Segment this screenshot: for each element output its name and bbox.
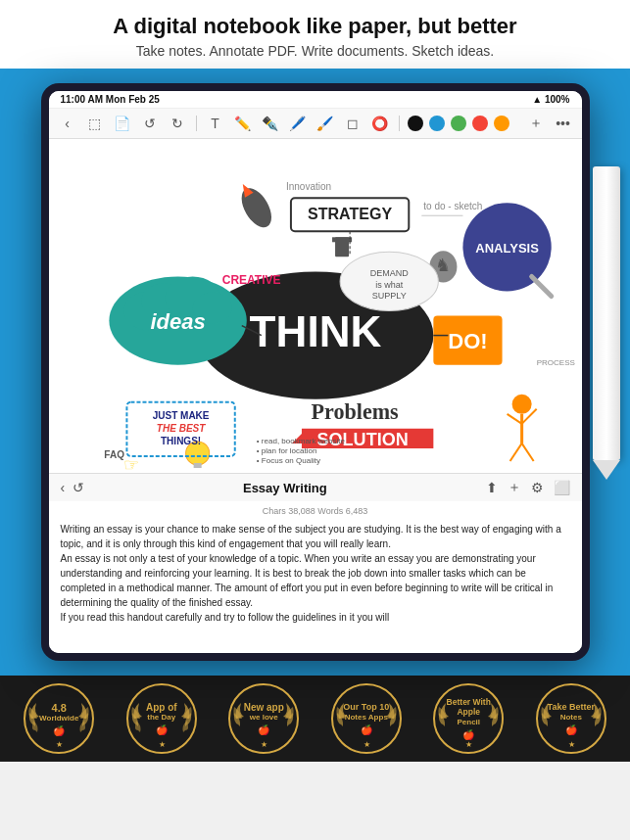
svg-text:FAQ: FAQ <box>104 449 124 460</box>
redo-btn[interactable]: ↻ <box>167 113 188 134</box>
badge-pencil-main: Better With <box>447 698 491 707</box>
separator2 <box>399 116 400 131</box>
insert-btn[interactable]: ＋ <box>508 479 521 496</box>
svg-text:DEMAND: DEMAND <box>369 269 409 279</box>
badge-rating: ★ 4.8 Worldwide 🍎 <box>19 680 99 757</box>
sketch-canvas[interactable]: THINK ideas STRATEGY DO! <box>49 139 582 473</box>
text-tool[interactable]: T <box>205 113 226 134</box>
badge-rating-sub: Worldwide <box>39 715 78 723</box>
bottom-toolbar-right: ⬆ ＋ ⚙ ⬜ <box>486 479 570 496</box>
separator1 <box>196 116 197 131</box>
svg-text:PROCESS: PROCESS <box>536 358 574 367</box>
select-tool[interactable]: ⬚ <box>84 113 106 134</box>
svg-point-37 <box>511 395 531 414</box>
badges-bar: ★ 4.8 Worldwide 🍎 ★ <box>0 676 630 762</box>
svg-rect-23 <box>332 238 352 243</box>
svg-text:THINK: THINK <box>249 307 381 355</box>
pen-tool[interactable]: ✏️ <box>232 113 254 134</box>
back-button[interactable]: ‹ <box>57 113 78 134</box>
svg-text:★: ★ <box>567 740 574 749</box>
svg-text:★: ★ <box>465 740 472 749</box>
badge-top10: ★ Our Top 10 Notes Apps 🍎 <box>326 680 407 757</box>
settings-btn[interactable]: ⚙ <box>531 480 544 495</box>
status-wifi-battery: ▲ 100% <box>532 94 569 105</box>
bottom-toolbar-left: ‹ ↺ <box>61 480 85 495</box>
badge-notes: ★ Take Better Notes 🍎 <box>531 680 611 757</box>
svg-text:DO!: DO! <box>448 329 487 353</box>
back-nav-btn[interactable]: ‹ <box>61 480 66 495</box>
lasso-tool[interactable]: ⭕ <box>369 113 391 134</box>
essay-text-area: Chars 38,088 Words 6,483 Writing an essa… <box>49 501 582 653</box>
badge-appday: ★ App of the Day 🍎 <box>121 680 202 757</box>
export-btn[interactable]: ⬜ <box>554 480 570 495</box>
svg-text:is what: is what <box>375 281 404 291</box>
badge-rating-main: 4.8 <box>52 702 67 714</box>
marker-tool[interactable]: 🖊️ <box>287 113 309 134</box>
badge-pencil-main2: Apple <box>457 708 480 717</box>
history-btn[interactable]: ↺ <box>73 480 84 495</box>
color-black[interactable] <box>408 116 423 131</box>
undo-btn[interactable]: ↺ <box>139 113 161 134</box>
svg-text:♞: ♞ <box>435 257 451 276</box>
pencil-tip <box>593 460 620 480</box>
svg-text:to do - sketch: to do - sketch <box>423 202 482 212</box>
eraser-tool[interactable]: ◻ <box>342 113 363 134</box>
svg-text:THINGS!: THINGS! <box>161 436 201 446</box>
brush-tool[interactable]: 🖌️ <box>315 113 336 134</box>
main-subtitle: Take notes. Annotate PDF. Write document… <box>20 43 610 59</box>
pencil-tool[interactable]: ✒️ <box>260 113 281 134</box>
svg-text:★: ★ <box>261 740 267 749</box>
badge-appday-main: App of <box>146 702 177 713</box>
battery-text: 100% <box>545 94 570 105</box>
svg-text:★: ★ <box>363 740 369 749</box>
badge-top10-main: Our Top 10 <box>343 703 389 713</box>
more-btn[interactable]: ••• <box>553 113 574 134</box>
badge-top10-icon: 🍎 <box>361 724 372 735</box>
essay-body: Writing an essay is your chance to make … <box>61 522 570 625</box>
svg-text:ideas: ideas <box>150 309 205 334</box>
svg-text:THE BEST: THE BEST <box>156 423 205 434</box>
badge-notes-icon: 🍎 <box>565 724 577 735</box>
svg-text:★: ★ <box>158 740 165 749</box>
badge-notes-main: Take Better <box>548 703 595 713</box>
badge-newapp-main: New app <box>244 702 284 713</box>
text-meta: Chars 38,088 Words 6,483 <box>61 505 570 519</box>
wifi-icon: ▲ <box>532 94 545 105</box>
svg-text:• read, bookmark website: • read, bookmark website <box>256 437 345 445</box>
main-title: A digital notebook like paper, but bette… <box>20 14 610 39</box>
svg-text:• Focus on Quality: • Focus on Quality <box>256 456 319 465</box>
svg-text:• plan for location: • plan for location <box>256 446 316 455</box>
doc-tool[interactable]: 📄 <box>112 113 133 134</box>
status-time: 11:00 AM Mon Feb 25 <box>61 94 160 105</box>
app-header: A digital notebook like paper, but bette… <box>0 0 630 69</box>
svg-text:JUST MAKE: JUST MAKE <box>152 410 209 421</box>
share-btn[interactable]: ⬆ <box>486 480 498 495</box>
color-orange[interactable] <box>494 116 509 131</box>
svg-text:SUPPLY: SUPPLY <box>371 292 406 302</box>
note-bottom-toolbar: ‹ ↺ Essay Writing ⬆ ＋ ⚙ ⬜ <box>49 473 582 501</box>
svg-text:★: ★ <box>56 740 63 749</box>
ipad-frame: 11:00 AM Mon Feb 25 ▲ 100% ‹ ⬚ 📄 ↺ ↻ T ✏… <box>41 83 590 661</box>
color-green[interactable] <box>451 116 466 131</box>
svg-text:☞: ☞ <box>123 455 139 473</box>
main-toolbar: ‹ ⬚ 📄 ↺ ↻ T ✏️ ✒️ 🖊️ 🖌️ ◻ ⭕ ＋ <box>49 109 582 139</box>
badge-appday-icon: 🍎 <box>156 724 168 735</box>
screen-area: 11:00 AM Mon Feb 25 ▲ 100% ‹ ⬚ 📄 ↺ ↻ T ✏… <box>0 69 630 676</box>
add-btn[interactable]: ＋ <box>525 113 547 134</box>
color-blue[interactable] <box>429 116 445 131</box>
badge-newapp-icon: 🍎 <box>258 724 269 735</box>
ipad-screen: 11:00 AM Mon Feb 25 ▲ 100% ‹ ⬚ 📄 ↺ ↻ T ✏… <box>49 91 582 653</box>
svg-text:Innovation: Innovation <box>285 182 330 193</box>
badge-pencil-sub: Pencil <box>457 719 480 727</box>
badge-rating-icon: 🍎 <box>53 725 65 736</box>
note-title: Essay Writing <box>243 481 327 495</box>
badge-newapp: ★ New app we love 🍎 <box>223 680 304 757</box>
color-red[interactable] <box>472 116 488 131</box>
apple-pencil <box>593 166 620 460</box>
svg-text:ANALYSIS: ANALYSIS <box>475 242 539 257</box>
badge-appday-sub: the Day <box>147 714 175 723</box>
svg-text:CREATIVE: CREATIVE <box>221 274 280 288</box>
badge-pencil: ★ Better With Apple Pencil 🍎 <box>428 680 509 757</box>
svg-text:Problems: Problems <box>311 399 398 424</box>
badge-newapp-sub: we love <box>250 714 278 723</box>
